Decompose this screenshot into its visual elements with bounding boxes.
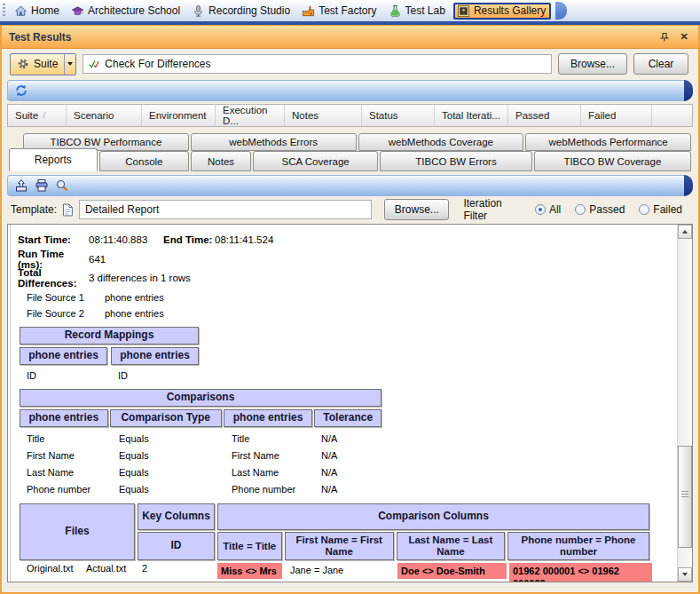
refresh-icon[interactable] bbox=[14, 83, 28, 98]
filter-option-failed[interactable]: Failed bbox=[639, 203, 689, 216]
column-header-notes[interactable]: Notes bbox=[285, 105, 362, 126]
row-id-cell: 2 bbox=[135, 563, 217, 574]
record-mapping-right: ID bbox=[118, 370, 199, 381]
subheader-first-name: First Name = First Name bbox=[285, 532, 394, 560]
scrollbar-track[interactable] bbox=[678, 239, 692, 567]
total-differences-label: Total Differences: bbox=[18, 267, 89, 289]
tab-webmethods-coverage[interactable]: webMethods Coverage bbox=[358, 133, 524, 151]
template-field-value: Detailed Report bbox=[85, 203, 159, 216]
comparison-row: Phone number Equals Phone number N/A bbox=[20, 480, 381, 497]
subheader-phone-number: Phone number = Phone number bbox=[507, 532, 649, 560]
flask-icon bbox=[389, 4, 402, 18]
row-file1: Original.txt bbox=[27, 563, 86, 574]
record-mapping-header-left: phone entries bbox=[20, 347, 107, 365]
microphone-icon bbox=[192, 4, 205, 18]
template-document-icon[interactable] bbox=[62, 203, 74, 217]
browse-template-button[interactable]: Browse... bbox=[384, 199, 449, 220]
test-results-panel: Test Results ✕ Suite Check For Differenc… bbox=[0, 25, 700, 594]
files-header-cell: Files bbox=[20, 503, 135, 560]
filter-option-all[interactable]: All bbox=[535, 203, 568, 216]
start-time-label: Start Time: bbox=[18, 234, 89, 245]
nav-item-label: Recording Studio bbox=[208, 4, 290, 17]
factory-icon bbox=[302, 4, 315, 18]
tab-sca-coverage[interactable]: SCA Coverage bbox=[253, 151, 378, 171]
app-window: Home Architecture School Recording Studi… bbox=[0, 0, 700, 594]
start-time-value: 08:11:40.883 bbox=[89, 234, 163, 245]
difference-data-row: Original.txt Actual.txt 2 Miss <> Mrs Ja… bbox=[20, 563, 652, 582]
subheader-title: Title = Title bbox=[217, 532, 282, 560]
print-icon[interactable] bbox=[35, 178, 49, 193]
suite-path-field[interactable]: Check For Differences bbox=[83, 54, 552, 74]
graduation-cap-icon bbox=[71, 4, 84, 18]
filter-option-passed[interactable]: Passed bbox=[575, 203, 632, 216]
radio-passed-label: Passed bbox=[589, 203, 625, 216]
tab-tibco-bw-coverage[interactable]: TIBCO BW Coverage bbox=[534, 151, 691, 171]
tab-webmethods-performance[interactable]: webMethods Performance bbox=[525, 133, 691, 151]
nav-item-recording-studio[interactable]: Recording Studio bbox=[188, 3, 295, 20]
app-toolbar: Home Architecture School Recording Studi… bbox=[0, 0, 700, 21]
pin-button[interactable] bbox=[657, 30, 672, 44]
scroll-down-button[interactable] bbox=[678, 567, 692, 582]
column-header-failed[interactable]: Failed bbox=[581, 105, 652, 126]
close-button[interactable]: ✕ bbox=[677, 30, 691, 44]
column-header-total-iterations[interactable]: Total Iterati... bbox=[435, 105, 508, 126]
column-header-suite[interactable]: Suite/ bbox=[8, 105, 67, 126]
nav-item-home[interactable]: Home bbox=[11, 3, 65, 20]
results-toolbar bbox=[7, 80, 693, 101]
tab-webmethods-errors[interactable]: webMethods Errors bbox=[191, 133, 357, 151]
record-mapping-header-right: phone entries bbox=[111, 347, 199, 365]
row-last-name-diff-cell: Doe <> Doe-Smith bbox=[397, 563, 509, 579]
nav-item-results-gallery[interactable]: Results Gallery bbox=[453, 3, 551, 20]
report-content: Start Time: 08:11:40.883 End Time: 08:11… bbox=[10, 225, 677, 582]
file-source-2-label: File Source 2 bbox=[27, 308, 105, 319]
differences-table-header: Files Key Columns Comparison Columns ID … bbox=[20, 503, 652, 560]
nav-item-test-factory[interactable]: Test Factory bbox=[298, 3, 381, 20]
search-icon[interactable] bbox=[55, 178, 69, 193]
results-grid-header: Suite/ Scenario Environment Execution D.… bbox=[7, 104, 693, 127]
suite-path-value: Check For Differences bbox=[105, 58, 210, 70]
column-header-environment[interactable]: Environment bbox=[142, 105, 216, 126]
template-label: Template: bbox=[11, 203, 57, 216]
tab-console[interactable]: Console bbox=[99, 151, 190, 171]
column-header-status[interactable]: Status bbox=[362, 105, 435, 126]
home-icon bbox=[14, 4, 28, 18]
key-id-header-cell: ID bbox=[138, 532, 215, 560]
scroll-up-button[interactable] bbox=[678, 225, 692, 239]
tab-tibco-bw-errors[interactable]: TIBCO BW Errors bbox=[380, 151, 531, 171]
arrow-down-icon bbox=[682, 573, 688, 576]
key-columns-header-cell: Key Columns bbox=[138, 503, 215, 530]
tab-reports[interactable]: Reports bbox=[9, 148, 98, 171]
column-header-passed[interactable]: Passed bbox=[508, 105, 581, 126]
check-differences-icon bbox=[88, 58, 100, 70]
browse-suite-button[interactable]: Browse... bbox=[558, 53, 627, 75]
panel-title: Test Results bbox=[9, 31, 652, 44]
report-scrollbar[interactable] bbox=[677, 225, 692, 582]
nav-item-architecture-school[interactable]: Architecture School bbox=[67, 3, 185, 20]
comparisons-title: Comparisons bbox=[20, 389, 381, 407]
tab-notes[interactable]: Notes bbox=[191, 151, 251, 171]
toolbar-end-cap bbox=[555, 2, 567, 20]
suite-dropdown-arrow[interactable] bbox=[64, 54, 75, 75]
toolbar-grip-handle[interactable] bbox=[3, 4, 5, 18]
nav-item-test-lab[interactable]: Test Lab bbox=[385, 3, 451, 20]
file-source-2-row: File Source 2 phone entries bbox=[12, 305, 673, 321]
row-phone-diff-cell: 01962 000001 <> 01962 000022 bbox=[509, 563, 652, 582]
column-header-scenario[interactable]: Scenario bbox=[67, 105, 142, 126]
end-time-value: 08:11:41.524 bbox=[215, 234, 673, 245]
comparisons-table: Comparisons phone entries Comparison Typ… bbox=[20, 389, 381, 497]
arrow-up-icon bbox=[682, 230, 688, 234]
nav-item-label: Test Lab bbox=[405, 4, 445, 17]
clear-button[interactable]: Clear bbox=[633, 53, 688, 75]
suite-split-button[interactable]: Suite bbox=[10, 53, 76, 75]
column-header-execution-date[interactable]: Execution D... bbox=[216, 105, 285, 126]
end-time-label: End Time: bbox=[163, 234, 215, 245]
template-field[interactable]: Detailed Report bbox=[79, 200, 372, 219]
differences-table: Files Key Columns Comparison Columns ID … bbox=[20, 503, 652, 582]
export-icon[interactable] bbox=[14, 178, 28, 193]
summary-row-runtime: Run Time (ms): 641 bbox=[12, 249, 673, 267]
record-mappings-headers: phone entries phone entries bbox=[20, 347, 199, 365]
scrollbar-thumb[interactable] bbox=[678, 446, 692, 548]
comparison-columns-header-cell: Comparison Columns bbox=[217, 503, 649, 530]
suite-button-main[interactable]: Suite bbox=[11, 54, 64, 75]
radio-passed-icon bbox=[575, 204, 586, 215]
